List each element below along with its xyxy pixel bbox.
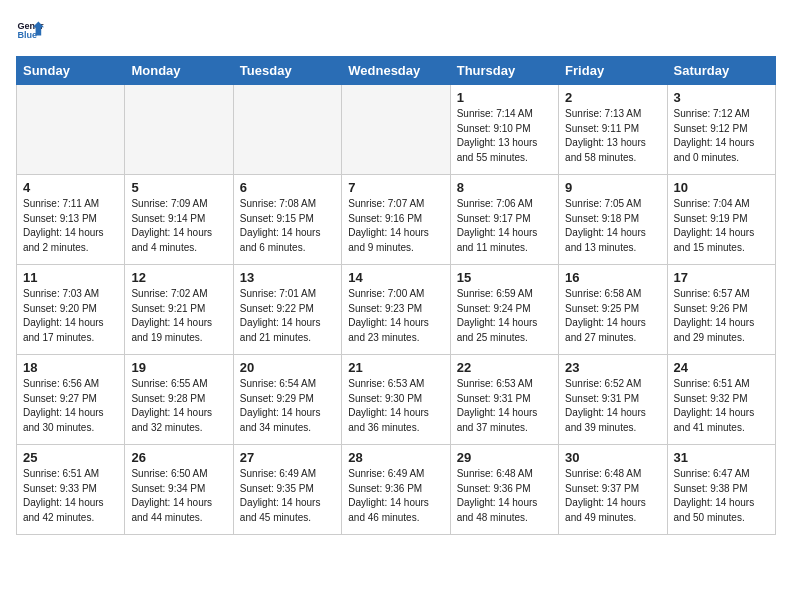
day-info: Sunrise: 7:01 AM Sunset: 9:22 PM Dayligh… [240, 287, 335, 345]
day-info: Sunrise: 6:58 AM Sunset: 9:25 PM Dayligh… [565, 287, 660, 345]
day-number: 27 [240, 450, 335, 465]
week-row-3: 11Sunrise: 7:03 AM Sunset: 9:20 PM Dayli… [17, 265, 776, 355]
calendar-cell: 29Sunrise: 6:48 AM Sunset: 9:36 PM Dayli… [450, 445, 558, 535]
day-number: 5 [131, 180, 226, 195]
day-info: Sunrise: 7:03 AM Sunset: 9:20 PM Dayligh… [23, 287, 118, 345]
weekday-monday: Monday [125, 57, 233, 85]
calendar-cell: 20Sunrise: 6:54 AM Sunset: 9:29 PM Dayli… [233, 355, 341, 445]
day-info: Sunrise: 6:49 AM Sunset: 9:35 PM Dayligh… [240, 467, 335, 525]
day-info: Sunrise: 6:57 AM Sunset: 9:26 PM Dayligh… [674, 287, 769, 345]
day-info: Sunrise: 6:59 AM Sunset: 9:24 PM Dayligh… [457, 287, 552, 345]
calendar-cell: 4Sunrise: 7:11 AM Sunset: 9:13 PM Daylig… [17, 175, 125, 265]
day-info: Sunrise: 6:53 AM Sunset: 9:31 PM Dayligh… [457, 377, 552, 435]
day-number: 4 [23, 180, 118, 195]
day-info: Sunrise: 7:08 AM Sunset: 9:15 PM Dayligh… [240, 197, 335, 255]
calendar-cell: 17Sunrise: 6:57 AM Sunset: 9:26 PM Dayli… [667, 265, 775, 355]
day-info: Sunrise: 6:52 AM Sunset: 9:31 PM Dayligh… [565, 377, 660, 435]
calendar-cell: 11Sunrise: 7:03 AM Sunset: 9:20 PM Dayli… [17, 265, 125, 355]
calendar-cell: 3Sunrise: 7:12 AM Sunset: 9:12 PM Daylig… [667, 85, 775, 175]
logo: General Blue [16, 16, 44, 44]
day-number: 8 [457, 180, 552, 195]
calendar-cell: 8Sunrise: 7:06 AM Sunset: 9:17 PM Daylig… [450, 175, 558, 265]
day-info: Sunrise: 7:09 AM Sunset: 9:14 PM Dayligh… [131, 197, 226, 255]
calendar-cell [17, 85, 125, 175]
calendar-cell: 1Sunrise: 7:14 AM Sunset: 9:10 PM Daylig… [450, 85, 558, 175]
svg-text:Blue: Blue [17, 30, 37, 40]
day-number: 1 [457, 90, 552, 105]
day-number: 9 [565, 180, 660, 195]
day-number: 29 [457, 450, 552, 465]
day-number: 26 [131, 450, 226, 465]
calendar-cell: 10Sunrise: 7:04 AM Sunset: 9:19 PM Dayli… [667, 175, 775, 265]
calendar-cell: 16Sunrise: 6:58 AM Sunset: 9:25 PM Dayli… [559, 265, 667, 355]
day-info: Sunrise: 7:13 AM Sunset: 9:11 PM Dayligh… [565, 107, 660, 165]
logo-icon: General Blue [16, 16, 44, 44]
day-number: 15 [457, 270, 552, 285]
day-info: Sunrise: 6:53 AM Sunset: 9:30 PM Dayligh… [348, 377, 443, 435]
calendar-cell: 24Sunrise: 6:51 AM Sunset: 9:32 PM Dayli… [667, 355, 775, 445]
calendar-cell [125, 85, 233, 175]
calendar-cell: 21Sunrise: 6:53 AM Sunset: 9:30 PM Dayli… [342, 355, 450, 445]
day-number: 28 [348, 450, 443, 465]
day-number: 16 [565, 270, 660, 285]
calendar-cell: 18Sunrise: 6:56 AM Sunset: 9:27 PM Dayli… [17, 355, 125, 445]
day-info: Sunrise: 7:14 AM Sunset: 9:10 PM Dayligh… [457, 107, 552, 165]
day-info: Sunrise: 7:00 AM Sunset: 9:23 PM Dayligh… [348, 287, 443, 345]
day-info: Sunrise: 6:49 AM Sunset: 9:36 PM Dayligh… [348, 467, 443, 525]
calendar-cell: 15Sunrise: 6:59 AM Sunset: 9:24 PM Dayli… [450, 265, 558, 355]
calendar-header: SundayMondayTuesdayWednesdayThursdayFrid… [17, 57, 776, 85]
day-number: 23 [565, 360, 660, 375]
day-number: 7 [348, 180, 443, 195]
day-number: 3 [674, 90, 769, 105]
calendar-cell: 19Sunrise: 6:55 AM Sunset: 9:28 PM Dayli… [125, 355, 233, 445]
week-row-5: 25Sunrise: 6:51 AM Sunset: 9:33 PM Dayli… [17, 445, 776, 535]
week-row-2: 4Sunrise: 7:11 AM Sunset: 9:13 PM Daylig… [17, 175, 776, 265]
calendar-cell: 30Sunrise: 6:48 AM Sunset: 9:37 PM Dayli… [559, 445, 667, 535]
calendar-cell: 9Sunrise: 7:05 AM Sunset: 9:18 PM Daylig… [559, 175, 667, 265]
weekday-friday: Friday [559, 57, 667, 85]
day-number: 2 [565, 90, 660, 105]
calendar-cell: 14Sunrise: 7:00 AM Sunset: 9:23 PM Dayli… [342, 265, 450, 355]
day-number: 22 [457, 360, 552, 375]
day-info: Sunrise: 6:50 AM Sunset: 9:34 PM Dayligh… [131, 467, 226, 525]
day-number: 10 [674, 180, 769, 195]
day-number: 12 [131, 270, 226, 285]
weekday-saturday: Saturday [667, 57, 775, 85]
calendar-cell: 12Sunrise: 7:02 AM Sunset: 9:21 PM Dayli… [125, 265, 233, 355]
calendar-cell: 31Sunrise: 6:47 AM Sunset: 9:38 PM Dayli… [667, 445, 775, 535]
day-info: Sunrise: 6:48 AM Sunset: 9:37 PM Dayligh… [565, 467, 660, 525]
calendar-table: SundayMondayTuesdayWednesdayThursdayFrid… [16, 56, 776, 535]
day-info: Sunrise: 7:05 AM Sunset: 9:18 PM Dayligh… [565, 197, 660, 255]
weekday-header-row: SundayMondayTuesdayWednesdayThursdayFrid… [17, 57, 776, 85]
day-number: 21 [348, 360, 443, 375]
day-info: Sunrise: 6:51 AM Sunset: 9:32 PM Dayligh… [674, 377, 769, 435]
week-row-4: 18Sunrise: 6:56 AM Sunset: 9:27 PM Dayli… [17, 355, 776, 445]
calendar-cell [233, 85, 341, 175]
calendar-cell: 13Sunrise: 7:01 AM Sunset: 9:22 PM Dayli… [233, 265, 341, 355]
calendar-cell: 26Sunrise: 6:50 AM Sunset: 9:34 PM Dayli… [125, 445, 233, 535]
calendar-cell: 5Sunrise: 7:09 AM Sunset: 9:14 PM Daylig… [125, 175, 233, 265]
day-number: 14 [348, 270, 443, 285]
day-number: 6 [240, 180, 335, 195]
day-number: 17 [674, 270, 769, 285]
calendar-cell [342, 85, 450, 175]
week-row-1: 1Sunrise: 7:14 AM Sunset: 9:10 PM Daylig… [17, 85, 776, 175]
calendar-cell: 7Sunrise: 7:07 AM Sunset: 9:16 PM Daylig… [342, 175, 450, 265]
calendar-body: 1Sunrise: 7:14 AM Sunset: 9:10 PM Daylig… [17, 85, 776, 535]
day-info: Sunrise: 6:55 AM Sunset: 9:28 PM Dayligh… [131, 377, 226, 435]
day-number: 20 [240, 360, 335, 375]
day-info: Sunrise: 7:04 AM Sunset: 9:19 PM Dayligh… [674, 197, 769, 255]
header: General Blue [16, 16, 776, 44]
calendar-cell: 28Sunrise: 6:49 AM Sunset: 9:36 PM Dayli… [342, 445, 450, 535]
calendar-cell: 2Sunrise: 7:13 AM Sunset: 9:11 PM Daylig… [559, 85, 667, 175]
day-number: 24 [674, 360, 769, 375]
day-info: Sunrise: 7:06 AM Sunset: 9:17 PM Dayligh… [457, 197, 552, 255]
day-number: 18 [23, 360, 118, 375]
day-number: 11 [23, 270, 118, 285]
weekday-sunday: Sunday [17, 57, 125, 85]
day-info: Sunrise: 6:47 AM Sunset: 9:38 PM Dayligh… [674, 467, 769, 525]
day-info: Sunrise: 6:54 AM Sunset: 9:29 PM Dayligh… [240, 377, 335, 435]
calendar-cell: 6Sunrise: 7:08 AM Sunset: 9:15 PM Daylig… [233, 175, 341, 265]
day-info: Sunrise: 7:11 AM Sunset: 9:13 PM Dayligh… [23, 197, 118, 255]
day-info: Sunrise: 7:07 AM Sunset: 9:16 PM Dayligh… [348, 197, 443, 255]
